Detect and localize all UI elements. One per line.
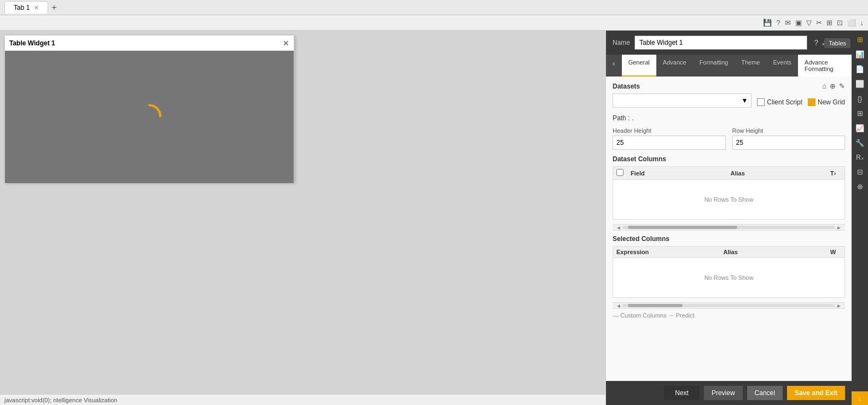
height-fields-row: Header Height Row Height [613,127,845,150]
save-exit-button[interactable]: Save and Exit [787,386,845,400]
widget-icon[interactable]: ⬜ [852,77,868,91]
tab-general[interactable]: General [622,55,656,77]
code-icon[interactable]: {} [852,92,868,105]
sel-scrollbar-thumb[interactable] [628,304,683,307]
header-height-group: Header Height [613,127,726,150]
scissors-icon[interactable]: ✂ [816,19,822,27]
name-label: Name [613,39,630,46]
download-icon[interactable]: ↓ [860,19,864,27]
loading-spinner [136,103,163,130]
widget-window: Table Widget 1 ✕ [4,35,294,183]
bar-chart-icon[interactable]: 📈 [852,121,868,135]
client-script-checkbox-item: Client Script [757,98,802,106]
bottom-action-bar: Next Preview Cancel Save and Exit [606,381,852,405]
tab-formatting[interactable]: Formatting [693,55,735,77]
monitor-icon[interactable]: ▣ [795,19,802,27]
new-grid-checkbox-item: New Grid [808,98,845,106]
tables-icon[interactable]: ⊞ [852,33,868,46]
dataset-columns-no-rows: No Rows To Show [613,180,844,219]
datasets-label: Datasets [613,83,640,90]
selected-columns-title: Selected Columns [613,235,845,243]
status-text: javascript:void(0); ntelligence Visualiz… [4,397,117,403]
grid2-icon[interactable]: ⊞ [852,107,868,120]
save-icon[interactable]: 💾 [763,19,772,27]
preview-button[interactable]: Preview [704,386,743,400]
type-column-header: T› [830,170,841,177]
scroll-right-arrow[interactable]: ► [835,225,843,231]
window-icon[interactable]: ⬜ [847,19,856,27]
next-button[interactable]: Next [664,386,700,400]
tools-icon[interactable]: 🔧 [852,136,868,150]
browser-tab[interactable]: Tab 1 ✕ [4,1,48,14]
row-height-input[interactable] [732,136,846,150]
panel-content: Name ? ⤢ ✕ ↑ ‹ General Advance [606,31,852,405]
panel-tabs-row: ‹ General Advance Formatting Theme Event… [606,55,852,77]
dataset-columns-title: Dataset Columns [613,155,845,163]
sel-scroll-left-arrow[interactable]: ◄ [615,303,622,309]
top-toolbar: 💾 ? ✉ ▣ ▽ ✂ ⊞ ⊡ ⬜ ↓ [0,15,868,31]
advance-formatting-tab[interactable]: Advance Formatting [798,55,852,77]
scrollbar-track [622,226,835,229]
row-height-label: Row Height [732,127,846,134]
plus-grid-icon[interactable]: ⊕ [852,180,868,193]
selected-columns-section: Selected Columns Expression Alias W No R… [613,235,845,298]
scrollbar-thumb[interactable] [628,226,737,229]
tab-close-icon: ✕ [34,4,39,11]
home-icon[interactable]: ⌂ [822,82,826,90]
widget-content [5,51,294,183]
tab-label: Tab 1 [14,4,30,11]
path-value: . [632,114,633,122]
filter-icon[interactable]: ▽ [806,19,812,27]
alias-column-header: Alias [731,170,826,177]
width-column-header: W [830,249,841,255]
selected-columns-no-rows: No Rows To Show [613,258,844,297]
dataset-columns-section: Dataset Columns Field Alias T› No Rows T… [613,155,845,220]
header-height-input[interactable] [613,136,726,150]
client-script-checkbox[interactable] [757,98,765,106]
tab-advance[interactable]: Advance [656,55,693,77]
right-panel: Name ? ⤢ ✕ ↑ ‹ General Advance [605,31,868,405]
minus-grid-icon[interactable]: ⊟ [852,165,868,179]
panel-header: Name ? ⤢ ✕ ↑ [606,31,852,55]
canvas-area: Table Widget 1 ✕ javascript:void(0); nte… [0,31,605,405]
charts-icon[interactable]: 📊 [852,48,868,61]
add-dataset-icon[interactable]: ⊕ [830,82,836,90]
rx-icon[interactable]: Rₓ [852,151,868,164]
tab-theme[interactable]: Theme [735,55,766,77]
widget-title: Table Widget 1 [9,39,55,47]
selected-columns-header: Expression Alias W [613,246,844,258]
sel-alias-column-header: Alias [724,249,826,255]
dataset-columns-scrollbar[interactable]: ◄ ► [613,224,845,231]
selected-columns-scrollbar[interactable]: ◄ ► [613,302,845,309]
reports-icon[interactable]: 📄 [852,62,868,76]
panel-help-icon[interactable]: ? [814,38,818,47]
new-grid-label: New Grid [818,98,845,106]
dataset-columns-table: Field Alias T› No Rows To Show [613,166,845,220]
scroll-left-arrow[interactable]: ◄ [615,225,622,231]
widget-title-bar: Table Widget 1 ✕ [5,36,294,51]
custom-columns-hint: — Custom Columns → Predict [613,312,845,319]
browser-tab-bar: Tab 1 ✕ + [0,0,868,15]
edit-dataset-icon[interactable]: ✎ [839,82,845,90]
tab-events[interactable]: Events [766,55,798,77]
select-all-checkbox[interactable] [616,169,624,176]
table-icon[interactable]: ⊡ [837,19,843,27]
add-tab-button[interactable]: + [48,3,60,13]
new-grid-checkbox[interactable] [808,98,815,106]
help-icon[interactable]: ? [776,19,780,27]
download-side-icon[interactable]: ↓ [852,391,868,405]
row-height-group: Row Height [732,127,846,150]
widget-close-button[interactable]: ✕ [283,39,289,48]
side-icon-bar: ⊞ 📊 📄 ⬜ {} ⊞ 📈 🔧 Rₓ ⊟ ⊕ ↓ [852,31,868,405]
main-layout: Table Widget 1 ✕ javascript:void(0); nte… [0,31,868,405]
grid-icon[interactable]: ⊞ [826,19,832,27]
datasets-section-row: Datasets ⌂ ⊕ ✎ [613,82,845,90]
cancel-button[interactable]: Cancel [747,386,783,400]
widget-name-input[interactable] [634,36,807,50]
tab-back-button[interactable]: ‹ [606,55,622,77]
sel-scroll-right-arrow[interactable]: ► [835,303,843,309]
email-icon[interactable]: ✉ [785,19,791,27]
selected-columns-table: Expression Alias W No Rows To Show [613,246,845,298]
dataset-dropdown[interactable]: ▼ [613,93,752,108]
client-script-label: Client Script [767,98,802,106]
